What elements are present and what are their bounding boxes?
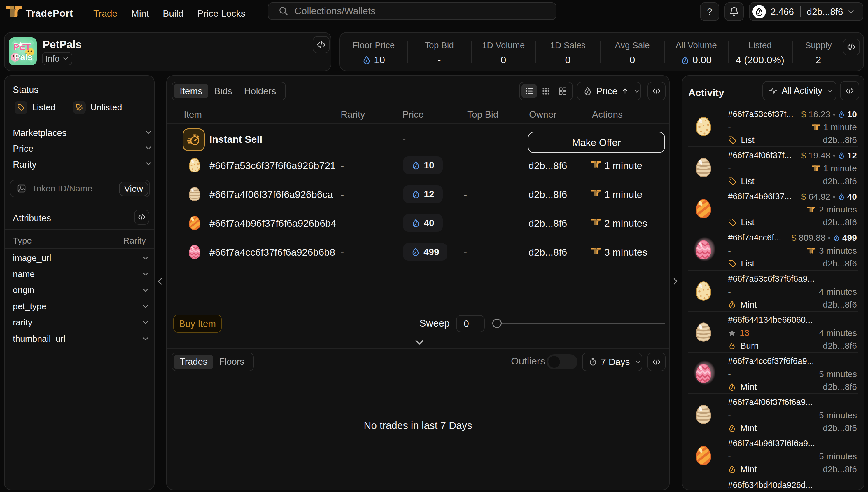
svg-text:Pals: Pals	[14, 52, 32, 62]
svg-text:PET: PET	[14, 42, 31, 51]
